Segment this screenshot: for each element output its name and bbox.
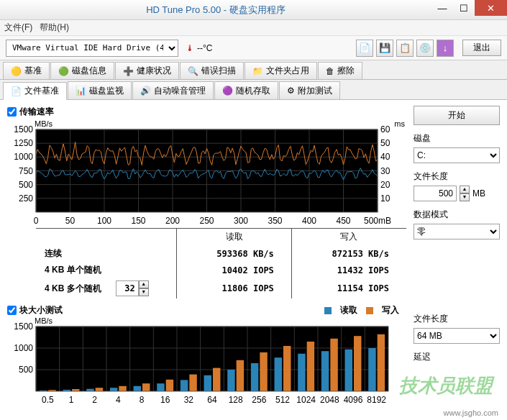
- temperature-value: --°C: [197, 43, 212, 53]
- svg-text:30: 30: [380, 166, 390, 176]
- transfer-rate-checkbox[interactable]: [7, 107, 17, 117]
- svg-rect-62: [110, 388, 117, 391]
- svg-text:1024: 1024: [296, 395, 316, 404]
- tab-随机存取[interactable]: 🟣随机存取: [214, 81, 278, 99]
- svg-rect-103: [354, 336, 361, 391]
- transfer-rate-header: 传输速率: [7, 106, 406, 118]
- svg-rect-107: [378, 334, 385, 391]
- svg-rect-102: [345, 350, 352, 391]
- table-row: 4 KB 单个随机10402 IOPS11432 IOPS: [36, 262, 406, 278]
- svg-rect-78: [204, 375, 211, 391]
- tab-label: 擦除: [337, 65, 355, 77]
- minimize-button[interactable]: —: [431, 0, 453, 16]
- close-button[interactable]: ✕: [475, 0, 507, 16]
- tab-基准[interactable]: 🟡基准: [3, 62, 50, 79]
- svg-text:1000: 1000: [14, 343, 33, 353]
- tab-文件夹占用[interactable]: 📁文件夹占用: [245, 62, 317, 79]
- blocksize-checkbox[interactable]: [7, 306, 17, 315]
- toolbar-icon-download[interactable]: ↓: [437, 40, 454, 57]
- tab-label: 随机存取: [236, 85, 270, 97]
- blocksize-section: 块大小测试 读取 写入 MB/s 500100015000.5124816326…: [7, 304, 406, 404]
- toolbar-icon-copy[interactable]: 📄: [356, 40, 373, 57]
- filelen2-label: 文件长度: [414, 313, 500, 325]
- svg-text:10: 10: [380, 193, 390, 204]
- filelen2-select[interactable]: 64 MB: [414, 328, 500, 344]
- svg-text:50: 50: [380, 138, 390, 148]
- svg-rect-67: [142, 383, 150, 391]
- svg-rect-70: [157, 383, 164, 391]
- tab-错误扫描[interactable]: 🔍错误扫描: [180, 62, 244, 79]
- legend-write-swatch: [366, 307, 373, 314]
- tab-icon: 📊: [76, 86, 86, 96]
- toolbar-icon-screenshot[interactable]: 📋: [396, 40, 414, 57]
- tab-附加测试[interactable]: ⚙附加测试: [279, 81, 340, 99]
- svg-text:1000: 1000: [14, 152, 33, 162]
- toolbar-icon-save[interactable]: 💾: [376, 40, 393, 57]
- tab-icon: 🔍: [188, 66, 198, 76]
- y-right-unit: ms: [394, 119, 405, 128]
- svg-text:256: 256: [252, 395, 266, 404]
- tab-擦除[interactable]: 🗑擦除: [318, 62, 362, 79]
- table-row: 连续593368 KB/s872153 KB/s: [36, 245, 406, 262]
- sidebar: 开始 磁盘 C: 文件长度 ▲▼ MB 数据模式 零 文件长度 64 MB 延迟: [414, 106, 500, 406]
- svg-text:500mB: 500mB: [364, 216, 391, 225]
- svg-text:1250: 1250: [14, 138, 33, 148]
- tab-icon: 🟢: [58, 66, 69, 76]
- write-header: 写入: [291, 229, 406, 246]
- tab-磁盘信息[interactable]: 🟢磁盘信息: [50, 62, 114, 79]
- menubar: 文件(F) 帮助(H): [0, 20, 507, 36]
- svg-rect-83: [237, 360, 244, 391]
- filelen-input[interactable]: [414, 186, 457, 201]
- svg-text:40: 40: [380, 152, 390, 162]
- exit-button[interactable]: 退出: [462, 40, 501, 56]
- svg-text:4: 4: [116, 395, 121, 404]
- delay-label: 延迟: [414, 351, 500, 363]
- tab-icon: 🗑: [326, 66, 334, 76]
- svg-rect-82: [227, 370, 234, 391]
- tab-label: 磁盘监视: [89, 85, 124, 97]
- svg-text:0: 0: [34, 216, 39, 225]
- start-button[interactable]: 开始: [414, 106, 500, 125]
- datamode-select[interactable]: 零: [414, 224, 500, 239]
- tab-文件基准[interactable]: 📄文件基准: [3, 82, 67, 100]
- svg-rect-99: [330, 339, 337, 391]
- tab-自动噪音管理[interactable]: 🔊自动噪音管理: [132, 81, 214, 99]
- window-title: HD Tune Pro 5.00 - 硬盘实用程序: [0, 4, 431, 17]
- svg-text:300: 300: [234, 216, 248, 225]
- menu-help[interactable]: 帮助(H): [40, 22, 69, 34]
- svg-text:128: 128: [229, 395, 243, 404]
- blocksize-label: 块大小测试: [19, 304, 63, 316]
- thermometer-icon: 🌡: [186, 43, 194, 53]
- transfer-chart-svg: 2505007501000125015001020304050600501001…: [7, 121, 396, 225]
- drive-select[interactable]: VMware Virtual IDE Hard Drive (42: [6, 40, 178, 57]
- disk-select[interactable]: C:: [414, 147, 500, 163]
- tab-健康状况[interactable]: ➕健康状况: [115, 62, 179, 79]
- menu-file[interactable]: 文件(F): [4, 22, 32, 34]
- tab-icon: 🟡: [11, 66, 22, 76]
- tab-label: 文件基准: [24, 85, 59, 97]
- legend-read-label: 读取: [340, 304, 357, 316]
- maximize-button[interactable]: ☐: [453, 0, 475, 16]
- content-area: 传输速率 MB/s ms 250500750100012501500102030…: [0, 100, 507, 410]
- svg-rect-91: [283, 346, 291, 391]
- tab-磁盘监视[interactable]: 📊磁盘监视: [68, 81, 132, 99]
- legend-write-label: 写入: [382, 304, 399, 316]
- tab-label: 自动噪音管理: [154, 85, 206, 97]
- svg-rect-87: [260, 352, 267, 391]
- blocksize-chart: MB/s 500100015000.5124816326412825651210…: [7, 318, 406, 404]
- svg-rect-74: [181, 380, 188, 391]
- svg-rect-86: [251, 363, 258, 391]
- svg-rect-106: [368, 348, 375, 391]
- svg-rect-95: [307, 342, 314, 391]
- toolbar: VMware Virtual IDE Hard Drive (42 🌡 --°C…: [0, 36, 507, 60]
- svg-text:750: 750: [19, 166, 33, 176]
- svg-text:20: 20: [380, 180, 390, 190]
- thread-count-input[interactable]: [116, 280, 139, 296]
- svg-rect-63: [119, 386, 126, 391]
- results-table: 读取 写入 连续593368 KB/s872153 KB/s4 KB 单个随机1…: [36, 228, 406, 298]
- svg-text:8: 8: [140, 395, 145, 404]
- toolbar-icon-disk[interactable]: 💿: [416, 40, 434, 57]
- svg-rect-66: [134, 386, 141, 391]
- filelen-spinner[interactable]: ▲▼: [460, 186, 470, 201]
- svg-text:1500: 1500: [14, 321, 33, 332]
